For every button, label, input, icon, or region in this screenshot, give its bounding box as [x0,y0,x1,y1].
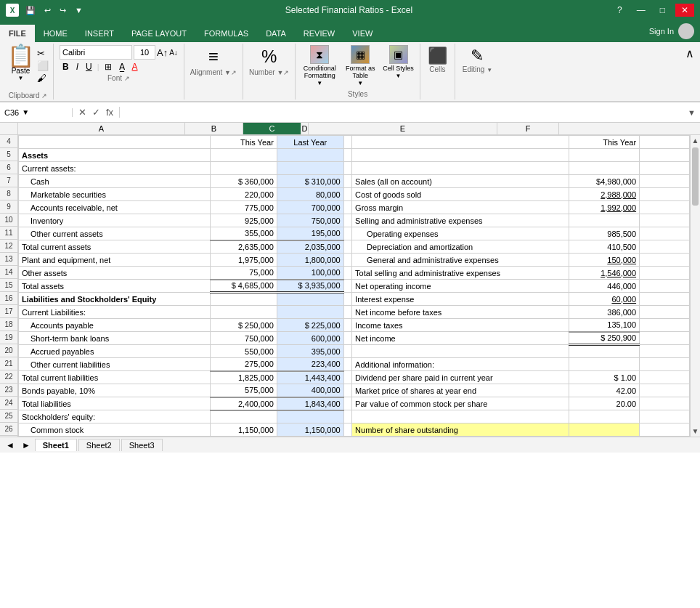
cell-b4[interactable]: This Year [211,136,277,149]
cell-c24[interactable]: 1,843,400 [277,397,343,410]
bold-button[interactable]: B [60,61,72,73]
tab-page-layout[interactable]: PAGE LAYOUT [123,25,195,42]
cell-b15[interactable]: $ 4,685,000 [211,280,277,293]
cell-c23[interactable]: 400,000 [277,384,343,397]
cell-d18[interactable] [343,319,351,332]
col-header-e[interactable]: E [309,123,497,134]
formula-input[interactable] [120,108,683,117]
cell-b6[interactable] [211,162,277,175]
copy-button[interactable]: ⬜ [37,60,49,71]
cell-f11[interactable]: 985,500 [569,227,640,240]
paste-button[interactable]: 📋 Paste ▼ [7,45,34,81]
cell-b20[interactable]: 550,000 [211,345,277,358]
cell-f9[interactable]: 1,992,000 [569,201,640,214]
formula-expand[interactable]: ▼ [683,108,700,117]
cell-e18[interactable]: Income taxes [352,319,569,332]
italic-button[interactable]: I [73,61,81,73]
cell-b18[interactable]: $ 250,000 [211,319,277,332]
cell-d24[interactable] [343,397,351,410]
cut-button[interactable]: ✂ [37,48,49,59]
cancel-formula[interactable]: ✕ [77,107,88,118]
col-header-f[interactable]: F [497,123,559,134]
cell-g14[interactable] [640,267,690,280]
cell-c6[interactable] [277,162,343,175]
undo-qat[interactable]: ↩ [42,6,53,15]
border-button[interactable]: ⊞ [102,61,115,73]
cell-a14[interactable]: Other assets [19,267,211,280]
name-box-dropdown[interactable]: ▼ [22,108,29,116]
cell-f5[interactable] [569,149,640,162]
cell-d12[interactable] [343,240,351,254]
cell-f10[interactable] [569,214,640,227]
alignment-icon[interactable]: ≡ [208,46,219,67]
cell-b5[interactable] [211,149,277,162]
cell-a12[interactable]: Total current assets [19,240,211,254]
cell-c14[interactable]: 100,000 [277,267,343,280]
sheet-tab-1[interactable]: Sheet1 [35,439,77,451]
cell-f18[interactable]: 135,100 [569,319,640,332]
col-header-a[interactable]: A [18,123,185,134]
cell-d25[interactable] [343,410,351,423]
cell-b7[interactable]: $ 360,000 [211,175,277,188]
cell-c26[interactable]: 1,150,000 [277,423,343,437]
cell-d26[interactable] [343,423,351,437]
cell-a4[interactable] [19,136,211,149]
sheet-tab-3[interactable]: Sheet3 [121,439,163,451]
font-size-input[interactable] [134,45,155,60]
cell-c4[interactable]: Last Year [277,136,343,149]
cell-b13[interactable]: 1,975,000 [211,254,277,267]
insert-function[interactable]: fx [105,107,115,118]
cell-c11[interactable]: 195,000 [277,227,343,240]
col-header-c[interactable]: C [243,123,301,134]
cell-d9[interactable] [343,201,351,214]
cell-g5[interactable] [640,149,690,162]
sheet-tab-2[interactable]: Sheet2 [78,439,120,451]
cell-d7[interactable] [343,175,351,188]
cell-f15[interactable]: 446,000 [569,280,640,293]
editing-icon[interactable]: ✎ [471,46,484,65]
cell-g17[interactable] [640,306,690,319]
cell-c7[interactable]: $ 310,000 [277,175,343,188]
cell-d13[interactable] [343,254,351,267]
cell-a22[interactable]: Total current liabilities [19,371,211,384]
cell-a26[interactable]: Common stock [19,423,211,437]
redo-qat[interactable]: ↪ [57,6,68,15]
cell-b16[interactable] [211,293,277,306]
cell-e11[interactable]: Operating expenses [352,227,569,240]
conditional-formatting-button[interactable]: ⧗ Conditional Formatting ▼ [301,45,338,86]
cell-c5[interactable] [277,149,343,162]
format-as-table-button[interactable]: ▦ Format as Table ▼ [342,45,378,86]
close-button[interactable]: ✕ [675,4,694,17]
cell-d21[interactable] [343,358,351,371]
cell-f6[interactable] [569,162,640,175]
underline-button[interactable]: U [83,61,95,73]
cell-d10[interactable] [343,214,351,227]
cell-d8[interactable] [343,188,351,201]
cell-e21[interactable]: Additional information: [352,358,569,371]
cell-e5[interactable] [352,149,569,162]
cell-g9[interactable] [640,201,690,214]
cell-f21[interactable] [569,358,640,371]
cell-g19[interactable] [640,332,690,345]
cell-g25[interactable] [640,410,690,423]
cell-e24[interactable]: Par value of common stock per share [352,397,569,410]
cell-e9[interactable]: Gross margin [352,201,569,214]
cell-a11[interactable]: Other current assets [19,227,211,240]
cell-g13[interactable] [640,254,690,267]
cell-e15[interactable]: Net operating income [352,280,569,293]
cell-g11[interactable] [640,227,690,240]
cell-e22[interactable]: Dividend per share paid in current year [352,371,569,384]
scroll-up-arrow[interactable]: ▲ [691,135,700,146]
cell-a21[interactable]: Other current liabilities [19,358,211,371]
cell-c20[interactable]: 395,000 [277,345,343,358]
cell-g24[interactable] [640,397,690,410]
cell-g23[interactable] [640,384,690,397]
sign-in-area[interactable]: Sign In [643,20,700,42]
cell-e13[interactable]: General and administrative expenses [352,254,569,267]
cell-g15[interactable] [640,280,690,293]
cell-c9[interactable]: 700,000 [277,201,343,214]
cell-b25[interactable] [211,410,277,423]
cell-d4[interactable] [343,136,351,149]
cell-g16[interactable] [640,293,690,306]
cell-b11[interactable]: 355,000 [211,227,277,240]
